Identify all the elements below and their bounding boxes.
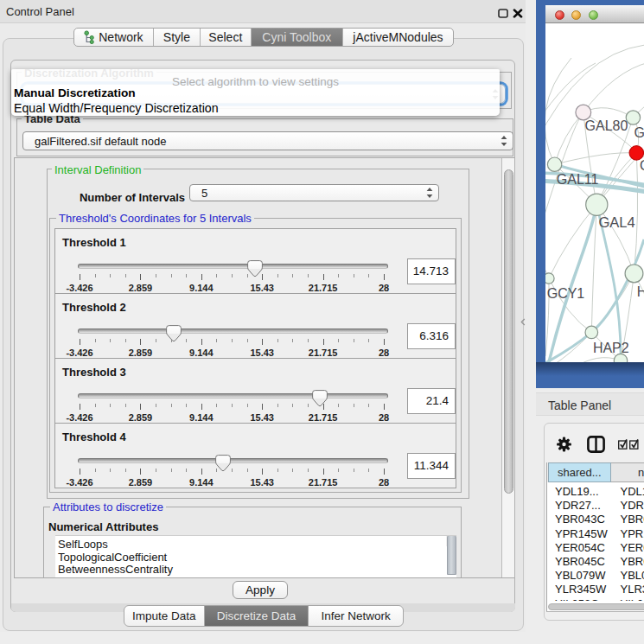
svg-text:GAL80: GAL80 — [585, 118, 628, 133]
svg-text:GAL11: GAL11 — [557, 172, 599, 187]
svg-text:GA: GA — [634, 125, 644, 140]
svg-text:HAP2: HAP2 — [593, 341, 629, 355]
svg-text:C: C — [640, 158, 644, 173]
svg-text:GCY1: GCY1 — [547, 286, 585, 301]
svg-text:GAL4: GAL4 — [599, 214, 635, 230]
svg-text:H: H — [637, 284, 644, 299]
